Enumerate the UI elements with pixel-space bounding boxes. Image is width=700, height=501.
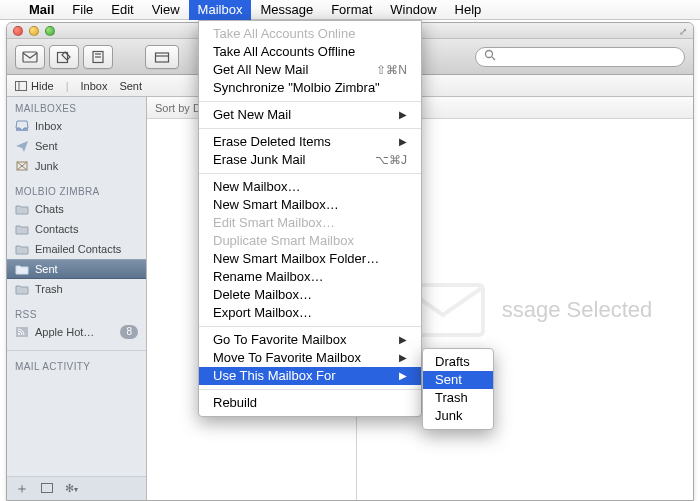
close-window-button[interactable] (13, 26, 23, 36)
menu-item-label: Erase Junk Mail (213, 151, 305, 169)
menu-item[interactable]: Export Mailbox… (199, 304, 421, 322)
menu-item[interactable]: Erase Junk Mail⌥⌘J (199, 151, 421, 169)
preview-placeholder-text: ssage Selected (502, 297, 652, 323)
svg-rect-13 (42, 483, 53, 492)
menu-item-label: Edit Smart Mailbox… (213, 214, 335, 232)
menu-item-label: Rebuild (213, 394, 257, 412)
menu-format[interactable]: Format (322, 0, 381, 20)
menu-item-label: Go To Favorite Mailbox (213, 331, 346, 349)
menu-item: Take All Accounts Online (199, 25, 421, 43)
sidebar-sent[interactable]: Sent (7, 136, 146, 156)
menu-shortcut: ⌥⌘J (375, 151, 407, 169)
menu-item-label: New Smart Mailbox Folder… (213, 250, 379, 268)
menu-message[interactable]: Message (251, 0, 322, 20)
menu-view[interactable]: View (143, 0, 189, 20)
folder-icon (15, 203, 29, 215)
svg-rect-11 (16, 327, 28, 337)
menu-item: Edit Smart Mailbox… (199, 214, 421, 232)
rss-icon (15, 326, 29, 338)
compose-button[interactable] (49, 45, 79, 69)
use-this-mailbox-for-submenu: DraftsSentTrashJunk (422, 348, 494, 430)
menu-item[interactable]: Move To Favorite Mailbox▶ (199, 349, 421, 367)
sidebar-inbox[interactable]: Inbox (7, 116, 146, 136)
search-input[interactable] (500, 51, 676, 63)
sidebar-item-label: Junk (35, 160, 138, 172)
menu-item[interactable]: New Smart Mailbox Folder… (199, 250, 421, 268)
submenu-item[interactable]: Sent (423, 371, 493, 389)
get-mail-button[interactable] (15, 45, 45, 69)
menu-item[interactable]: Rename Mailbox… (199, 268, 421, 286)
menu-item[interactable]: New Mailbox… (199, 178, 421, 196)
menu-item-label: Delete Mailbox… (213, 286, 312, 304)
svg-line-7 (492, 57, 495, 60)
sidebar-item-label: Sent (35, 263, 138, 275)
system-menubar: Mail File Edit View Mailbox Message Form… (0, 0, 700, 20)
notes-button[interactable] (83, 45, 113, 69)
menu-item[interactable]: Go To Favorite Mailbox▶ (199, 331, 421, 349)
submenu-item[interactable]: Trash (423, 389, 493, 407)
svg-rect-8 (16, 81, 27, 90)
svg-point-12 (18, 333, 20, 335)
menu-item[interactable]: Take All Accounts Offline (199, 43, 421, 61)
inbox-icon (15, 120, 29, 132)
sent-icon (15, 140, 29, 152)
menu-item-label: Rename Mailbox… (213, 268, 324, 286)
submenu-arrow-icon: ▶ (399, 106, 407, 124)
hide-mailbox-list-button[interactable]: Hide (15, 80, 54, 92)
fullscreen-icon[interactable]: ⤢ (679, 26, 687, 37)
sidebar-item-label: Trash (35, 283, 138, 295)
favorite-sent[interactable]: Sent (119, 80, 142, 92)
zoom-window-button[interactable] (45, 26, 55, 36)
submenu-item[interactable]: Drafts (423, 353, 493, 371)
menu-item-label: Use This Mailbox For (213, 367, 336, 385)
menu-mailbox[interactable]: Mailbox (189, 0, 252, 20)
menu-item[interactable]: Delete Mailbox… (199, 286, 421, 304)
menu-help[interactable]: Help (446, 0, 491, 20)
hide-label: Hide (31, 80, 54, 92)
sidebar-section-rss[interactable]: RSS (7, 303, 146, 322)
menu-item[interactable]: Rebuild (199, 394, 421, 412)
menu-item[interactable]: Get All New Mail⇧⌘N (199, 61, 421, 79)
folder-icon (15, 223, 29, 235)
sidebar-chats[interactable]: Chats (7, 199, 146, 219)
action-menu-button[interactable]: ✻▾ (65, 482, 78, 495)
sidebar-rss-item[interactable]: Apple Hot…8 (7, 322, 146, 342)
archive-button[interactable] (145, 45, 179, 69)
sidebar-emailed-contacts[interactable]: Emailed Contacts (7, 239, 146, 259)
app-menu[interactable]: Mail (20, 0, 63, 20)
folder-icon (15, 263, 29, 275)
show-button[interactable] (41, 483, 53, 495)
menu-item[interactable]: Erase Deleted Items▶ (199, 133, 421, 151)
menu-item-label: Take All Accounts Offline (213, 43, 355, 61)
menu-item-label: Move To Favorite Mailbox (213, 349, 361, 367)
unread-badge: 8 (120, 325, 138, 339)
menu-file[interactable]: File (63, 0, 102, 20)
folder-icon (15, 283, 29, 295)
svg-point-6 (486, 51, 493, 58)
sidebar-junk[interactable]: Junk (7, 156, 146, 176)
sidebar-contacts[interactable]: Contacts (7, 219, 146, 239)
sidebar-item-label: Inbox (35, 120, 138, 132)
sidebar-sent-account[interactable]: Sent (7, 259, 146, 279)
menu-item[interactable]: Use This Mailbox For▶ (199, 367, 421, 385)
menu-item-label: Get New Mail (213, 106, 291, 124)
sidebar-section-account[interactable]: MOLBIO ZIMBRA (7, 180, 146, 199)
add-button[interactable]: ＋ (15, 480, 29, 498)
menu-item[interactable]: Synchronize "Molbio Zimbra" (199, 79, 421, 97)
menu-item-label: Take All Accounts Online (213, 25, 355, 43)
menu-item: Duplicate Smart Mailbox (199, 232, 421, 250)
favorite-inbox[interactable]: Inbox (80, 80, 107, 92)
menu-item[interactable]: Get New Mail▶ (199, 106, 421, 124)
junk-icon (15, 160, 29, 172)
sidebar-trash[interactable]: Trash (7, 279, 146, 299)
minimize-window-button[interactable] (29, 26, 39, 36)
search-field[interactable] (475, 47, 685, 67)
menu-item-label: Synchronize "Molbio Zimbra" (213, 79, 380, 97)
menu-item-label: Export Mailbox… (213, 304, 312, 322)
menu-window[interactable]: Window (381, 0, 445, 20)
submenu-item[interactable]: Junk (423, 407, 493, 425)
menu-edit[interactable]: Edit (102, 0, 142, 20)
sidebar-item-label: Chats (35, 203, 138, 215)
sidebar-section-mailboxes: MAILBOXES (7, 97, 146, 116)
menu-item[interactable]: New Smart Mailbox… (199, 196, 421, 214)
